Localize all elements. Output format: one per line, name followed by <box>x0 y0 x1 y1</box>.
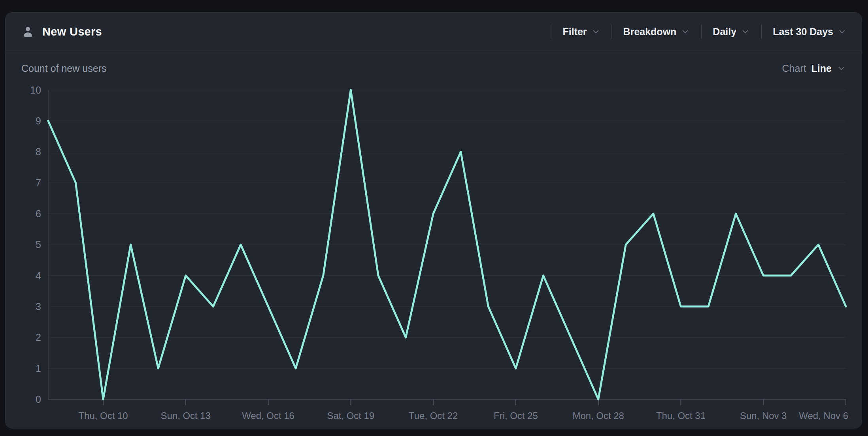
chevron-down-icon <box>591 27 600 36</box>
svg-text:6: 6 <box>36 208 41 219</box>
svg-text:Wed, Nov 6: Wed, Nov 6 <box>799 410 848 421</box>
svg-text:0: 0 <box>36 394 41 405</box>
x-axis-ticks <box>103 399 846 405</box>
chevron-down-icon <box>681 27 690 36</box>
metric-label: Count of new users <box>21 63 106 74</box>
card-header: New Users Filter Breakdown Daily <box>6 13 862 51</box>
date-range-label: Last 30 Days <box>773 26 833 38</box>
svg-text:Wed, Oct 16: Wed, Oct 16 <box>242 410 294 421</box>
card-title-group: New Users <box>21 25 102 38</box>
chart-type-selector[interactable]: Chart Line <box>782 63 846 74</box>
chevron-down-icon <box>837 64 846 73</box>
chart-type-label: Chart <box>782 63 806 74</box>
filter-label: Filter <box>562 26 587 38</box>
header-controls: Filter Breakdown Daily Last 30 Days <box>551 13 847 51</box>
svg-text:10: 10 <box>30 85 41 96</box>
person-icon <box>21 25 34 38</box>
svg-text:2: 2 <box>36 332 41 343</box>
svg-text:5: 5 <box>36 239 41 250</box>
svg-text:9: 9 <box>36 115 41 126</box>
svg-text:Thu, Oct 31: Thu, Oct 31 <box>656 410 706 421</box>
chart-toolbar: Count of new users Chart Line <box>6 51 862 86</box>
breakdown-label: Breakdown <box>623 26 677 38</box>
svg-text:3: 3 <box>36 301 41 312</box>
svg-text:Mon, Oct 28: Mon, Oct 28 <box>572 410 624 421</box>
card-title: New Users <box>42 25 102 38</box>
breakdown-dropdown[interactable]: Breakdown <box>612 26 701 38</box>
filter-dropdown[interactable]: Filter <box>551 26 611 38</box>
svg-text:4: 4 <box>36 270 41 281</box>
page: New Users Filter Breakdown Daily <box>0 0 868 436</box>
chevron-down-icon <box>741 27 750 36</box>
granularity-dropdown[interactable]: Daily <box>702 26 761 38</box>
svg-text:Thu, Oct 10: Thu, Oct 10 <box>78 410 128 421</box>
svg-text:Sun, Nov 3: Sun, Nov 3 <box>740 410 787 421</box>
svg-text:1: 1 <box>36 363 41 374</box>
date-range-dropdown[interactable]: Last 30 Days <box>762 26 847 38</box>
chart-type-value: Line <box>811 63 832 74</box>
svg-text:Sun, Oct 13: Sun, Oct 13 <box>161 410 211 421</box>
svg-text:7: 7 <box>36 177 41 188</box>
svg-text:Tue, Oct 22: Tue, Oct 22 <box>409 410 458 421</box>
svg-text:8: 8 <box>36 146 41 157</box>
y-axis-labels: 012345678910 <box>30 85 41 405</box>
svg-text:Fri, Oct 25: Fri, Oct 25 <box>494 410 538 421</box>
svg-text:Sat, Oct 19: Sat, Oct 19 <box>327 410 374 421</box>
chevron-down-icon <box>838 27 847 36</box>
x-axis-labels: Thu, Oct 10Sun, Oct 13Wed, Oct 16Sat, Oc… <box>78 410 848 421</box>
new-users-card: New Users Filter Breakdown Daily <box>5 12 862 428</box>
granularity-label: Daily <box>713 26 736 38</box>
